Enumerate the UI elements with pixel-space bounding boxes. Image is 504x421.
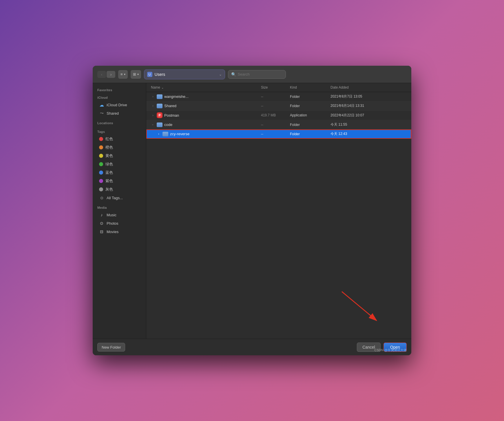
main-area: Favorites iCloud ☁ iCloud Drive ⤳ Shared…: [93, 83, 411, 339]
nav-group: ‹ ›: [97, 71, 115, 78]
all-tags-label: All Tags...: [107, 196, 123, 200]
file-kind: Folder: [290, 132, 330, 136]
folder-icon: [157, 104, 162, 108]
purple-tag-label: 紫色: [105, 178, 113, 184]
music-label: Music: [107, 213, 116, 217]
yellow-tag-dot: [99, 154, 103, 158]
kind-column-header[interactable]: Kind: [290, 85, 330, 89]
icloud-header: iCloud: [93, 94, 146, 100]
file-size: 419.7 MB: [261, 113, 290, 117]
file-name-label: wangmeishe...: [164, 94, 189, 99]
sidebar-item-tag-green[interactable]: 绿色: [94, 160, 144, 168]
green-tag-dot: [99, 162, 103, 166]
grid-icon: ⊞: [133, 72, 136, 76]
list-icon: ≡: [120, 72, 123, 76]
new-folder-button[interactable]: New Folder: [97, 343, 125, 352]
folder-icon: [157, 94, 162, 99]
icloud-drive-icon: ☁: [99, 102, 104, 107]
gray-tag-dot: [99, 187, 103, 191]
movies-icon: ⊟: [99, 229, 104, 234]
search-bar[interactable]: 🔍: [228, 70, 286, 79]
file-row-name: › code: [151, 122, 261, 127]
location-bar[interactable]: U Users ⌄: [144, 69, 225, 79]
location-label: Users: [155, 72, 165, 77]
back-button[interactable]: ‹: [97, 71, 106, 78]
file-date: 今天 12:43: [330, 131, 407, 136]
shared-label: Shared: [107, 111, 119, 116]
file-name-label: Shared: [164, 104, 176, 108]
file-name-label: zcy-reverse: [170, 132, 189, 136]
sidebar-item-shared[interactable]: ⤳ Shared: [94, 109, 144, 117]
gray-tag-label: 灰色: [105, 187, 113, 192]
date-column-header[interactable]: Date Added: [330, 85, 407, 89]
orange-tag-dot: [99, 145, 103, 149]
sidebar-item-movies[interactable]: ⊟ Movies: [94, 228, 144, 236]
expand-icon[interactable]: ›: [151, 123, 155, 127]
sidebar-item-icloud-drive[interactable]: ☁ iCloud Drive: [94, 101, 144, 109]
sidebar-item-tag-purple[interactable]: 紫色: [94, 177, 144, 185]
file-row-postman[interactable]: › P Postman 419.7 MB Application 2022年4月…: [146, 111, 411, 120]
file-row-code[interactable]: › code -- Folder 今天 11:55: [146, 120, 411, 129]
location-folder-icon: U: [147, 72, 152, 77]
file-dialog: ‹ › ≡ ▾ ⊞ ▾ U Users ⌄ 🔍 Favorites: [93, 66, 411, 355]
blue-tag-dot: [99, 171, 103, 175]
sidebar-item-music[interactable]: ♪ Music: [94, 211, 144, 219]
blue-tag-label: 蓝色: [105, 170, 113, 175]
media-header: Media: [93, 204, 146, 210]
list-view-button[interactable]: ≡ ▾: [118, 70, 128, 79]
sort-icon: ⌄: [161, 86, 164, 89]
file-row-name: › Shared: [151, 104, 261, 108]
file-date: 今天 11:55: [330, 122, 407, 127]
grid-view-chevron: ▾: [137, 73, 139, 76]
sidebar-item-tag-red[interactable]: 红色: [94, 135, 144, 143]
watermark: CSDN @辛夷测试大佬: [375, 348, 407, 352]
expand-icon[interactable]: ›: [151, 113, 155, 117]
orange-tag-label: 橙色: [105, 145, 113, 150]
photos-icon: ⊙: [99, 221, 104, 226]
movies-label: Movies: [107, 230, 118, 234]
forward-icon: ›: [110, 72, 112, 77]
sidebar-item-all-tags[interactable]: ⊙ All Tags...: [94, 194, 144, 202]
expand-icon[interactable]: ›: [157, 132, 161, 136]
search-input[interactable]: [238, 72, 283, 76]
icloud-drive-label: iCloud Drive: [107, 103, 127, 107]
music-icon: ♪: [99, 212, 104, 217]
file-size: --: [261, 95, 290, 99]
sidebar-item-tag-orange[interactable]: 橙色: [94, 143, 144, 151]
yellow-tag-label: 黄色: [105, 153, 113, 158]
purple-tag-dot: [99, 179, 103, 183]
file-row-name: › zcy-reverse: [151, 132, 261, 136]
size-column-header[interactable]: Size: [261, 85, 290, 89]
sidebar-item-tag-yellow[interactable]: 黄色: [94, 152, 144, 160]
tags-header: Tags: [93, 128, 146, 135]
file-list: › wangmeishe... -- Folder 2021年8月7日 13:0…: [146, 92, 411, 339]
file-row-zcy-reverse[interactable]: › zcy-reverse -- Folder 今天 12:43: [146, 129, 411, 139]
sidebar-item-tag-gray[interactable]: 灰色: [94, 185, 144, 193]
file-size: --: [261, 132, 290, 136]
favorites-header: Favorites: [93, 87, 146, 93]
file-name-label: code: [164, 122, 172, 127]
expand-icon[interactable]: ›: [151, 95, 155, 99]
all-tags-icon: ⊙: [99, 195, 104, 200]
shared-icon: ⤳: [99, 111, 104, 116]
search-icon: 🔍: [231, 72, 236, 77]
grid-view-button[interactable]: ⊞ ▾: [131, 70, 141, 79]
sidebar: Favorites iCloud ☁ iCloud Drive ⤳ Shared…: [93, 83, 146, 339]
folder-icon: [157, 122, 162, 127]
expand-icon[interactable]: ›: [151, 104, 155, 108]
location-chevron-icon: ⌄: [219, 72, 222, 76]
forward-button[interactable]: ›: [107, 71, 115, 78]
file-kind: Application: [290, 113, 330, 117]
cancel-label: Cancel: [362, 345, 375, 349]
file-row-shared[interactable]: › Shared -- Folder 2021年6月14日 13:31: [146, 101, 411, 111]
sidebar-item-tag-blue[interactable]: 蓝色: [94, 169, 144, 177]
name-column-header[interactable]: Name ⌄: [151, 85, 261, 89]
bottom-bar: New Folder Cancel Open: [93, 339, 411, 355]
file-date: 2021年6月14日 13:31: [330, 103, 407, 108]
red-tag-label: 红色: [105, 136, 113, 142]
toolbar: ‹ › ≡ ▾ ⊞ ▾ U Users ⌄ 🔍: [93, 66, 411, 83]
sidebar-item-photos[interactable]: ⊙ Photos: [94, 219, 144, 227]
file-row-wangmeishe[interactable]: › wangmeishe... -- Folder 2021年8月7日 13:0…: [146, 92, 411, 101]
column-header-row: Name ⌄ Size Kind Date Added: [146, 83, 411, 92]
new-folder-label: New Folder: [102, 345, 121, 349]
